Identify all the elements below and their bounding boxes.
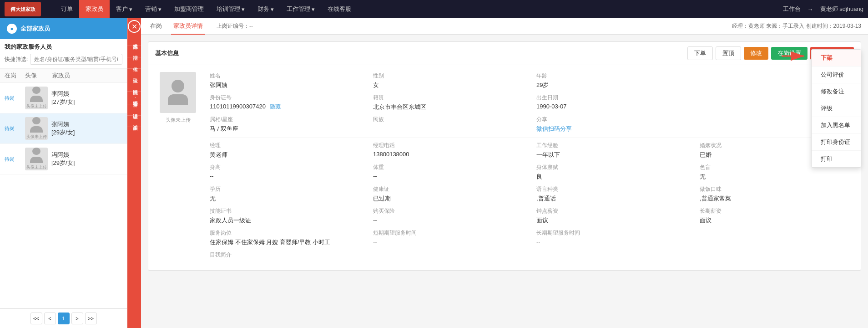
dropdown-item-shelve[interactable]: 下架 [812, 50, 861, 67]
field-zodiac: 属相/星座 马 / 双鱼座 [210, 116, 364, 133]
info-row-9: 目我简介 [210, 251, 854, 259]
nav-work-mgmt[interactable]: 工作管理 ▾ [280, 0, 321, 18]
person-info: [29岁/女] [51, 128, 122, 137]
prev-page-btn[interactable]: < [44, 313, 56, 324]
field-health-cert: 健康证 已过期 [373, 185, 527, 203]
dropdown-item-print[interactable]: 打印 [812, 151, 861, 167]
label-education: 学历 [210, 185, 364, 193]
value-age: 29岁 [536, 81, 691, 89]
vert-item-schedule[interactable]: 排期 [127, 46, 141, 57]
vert-item-basic[interactable]: 基本情况 [127, 35, 141, 46]
place-order-btn[interactable]: 下单 [687, 46, 713, 60]
avatar-person-shape [172, 80, 184, 92]
value-manager-phone: 13800138000 [373, 151, 527, 158]
value-gender: 女 [373, 81, 527, 89]
filter-label: 快捷筛选: [5, 56, 28, 63]
nav-marketing[interactable]: 营销 ▾ [139, 0, 168, 18]
nav-order[interactable]: 订单 [55, 0, 79, 18]
avatar-body [30, 126, 43, 133]
value-skill-cert: 家政人员一级证 [210, 216, 364, 225]
value-name: 张阿姨 [210, 81, 364, 89]
status-badge: 待岗 [5, 156, 25, 163]
list-item[interactable]: 待岗 头像未上传 冯阿姨 [29岁/女] [0, 144, 127, 174]
vert-item-checkup[interactable]: 休检 [127, 57, 141, 69]
field-long-salary: 长期薪资 面议 [700, 207, 854, 225]
avatar-body [30, 96, 43, 102]
content-body: 基本信息 下单 置顶 修改 在岗设置 更多操作 ▲ [141, 35, 868, 328]
filter-input[interactable] [30, 54, 122, 65]
field-birth: 出生日期 1990-03-07 [536, 94, 691, 111]
value-hourly-salary: 面议 [536, 216, 691, 225]
tab-detail[interactable]: 家政员详情 [171, 18, 205, 35]
label-service-pos: 服务岗位 [210, 229, 364, 237]
close-btn[interactable]: ✕ [128, 20, 141, 33]
left-sidebar: ● 全部家政员 我的家政服务人员 快捷筛选: 在岗 头像 家政员 待岗 头像未上… [0, 18, 127, 328]
person-info: [29岁/女] [51, 159, 122, 167]
breadcrumb-meta: 经理：黄老师 来源：手工录入 创建时间：2019-03-13 [732, 22, 861, 30]
logout-icon[interactable]: → [807, 6, 813, 13]
main-layout: ● 全部家政员 我的家政服务人员 快捷筛选: 在岗 头像 家政员 待岗 头像未上… [0, 18, 868, 328]
field-intro: 目我简介 [210, 251, 364, 259]
vert-item-mgmt-eval[interactable]: 管理费·评价 [127, 92, 141, 104]
user-info: 黄老师 sdjhuang [820, 5, 863, 13]
dropdown-item-blacklist[interactable]: 加入黑名单 [812, 117, 861, 134]
label-short-period: 短期期望服务时间 [373, 229, 527, 237]
dropdown-item-print-id[interactable]: 打印身份证 [812, 134, 861, 151]
section-header: 基本信息 下单 置顶 修改 在岗设置 更多操作 ▲ [148, 42, 861, 65]
nav-customer[interactable]: 客户 ▾ [110, 0, 139, 18]
avatar-body-shape [168, 94, 188, 105]
info-row-3: 属相/星座 马 / 双鱼座 民族 分享 微信扫码分享 [210, 116, 854, 133]
name-info: 李阿姨 [27岁/女] [48, 90, 122, 106]
value-share[interactable]: 微信扫码分享 [536, 125, 691, 133]
field-height: 身高 -- [210, 164, 364, 181]
avatar: 头像未上传 [25, 117, 48, 140]
sidebar-section-title: 我的家政服务人员 [5, 43, 122, 51]
list-item[interactable]: 待岗 头像未上传 张阿姨 [29岁/女] [0, 113, 127, 144]
nav-training[interactable]: 培训管理 ▾ [210, 0, 251, 18]
vert-item-skill-cert[interactable]: 技能证书 [127, 80, 141, 92]
label-weight: 体重 [373, 164, 527, 171]
label-height: 身高 [210, 164, 364, 171]
avatar-text: 头像未上传 [166, 117, 191, 123]
vert-item-insurance[interactable]: 保险 [127, 69, 141, 80]
dropdown-item-rate[interactable]: 评级 [812, 100, 861, 117]
tab-on-duty[interactable]: 在岗 [148, 18, 164, 35]
section-body: 头像未上传 姓名 张阿姨 性别 女 [148, 65, 861, 270]
last-page-btn[interactable]: >> [85, 313, 97, 324]
label-birth: 出生日期 [536, 94, 691, 102]
nav-franchise[interactable]: 加盟商管理 [168, 0, 210, 18]
dropdown-item-company-eval[interactable]: 公司评价 [812, 67, 861, 83]
person-name: 冯阿姨 [51, 151, 122, 159]
value-height: -- [210, 173, 364, 179]
col-status: 在岗 [5, 72, 25, 80]
first-page-btn[interactable]: << [30, 313, 42, 324]
name-info: 张阿姨 [29岁/女] [48, 120, 122, 137]
shelve-btn[interactable]: 置顶 [716, 46, 741, 60]
next-page-btn[interactable]: > [71, 313, 83, 324]
nav-housekeeper[interactable]: 家政员 [79, 0, 110, 18]
current-page-btn[interactable]: 1 [58, 313, 70, 324]
name-info: 冯阿姨 [29岁/女] [48, 151, 122, 167]
vert-item-training[interactable]: 培训谈话 [127, 104, 141, 116]
list-item[interactable]: 待岗 头像未上传 李阿姨 [27岁/女] [0, 83, 127, 113]
info-fields: 姓名 张阿姨 性别 女 年龄 29岁 [210, 72, 854, 263]
hide-id-link[interactable]: 隐藏 [270, 103, 281, 110]
dropdown-item-edit-note[interactable]: 修改备注 [812, 83, 861, 100]
edit-btn[interactable]: 修改 [744, 47, 768, 60]
arrow-indicator [782, 49, 809, 64]
info-row-7: 技能证书 家政人员一级证 购买保险 -- 钟点薪资 面议 [210, 207, 854, 225]
field-skill-cert: 技能证书 家政人员一级证 [210, 207, 364, 225]
value-native: 北京市丰台区东城区 [373, 103, 527, 111]
workbench-link[interactable]: 工作台 [783, 5, 801, 13]
field-hourly-salary: 钟点薪资 面议 [536, 207, 691, 225]
top-navigation: 傅大姐家政 订单 家政员 客户 ▾ 营销 ▾ 加盟商管理 培训管理 ▾ 财务 ▾… [0, 0, 868, 18]
field-id: 身份证号 11010119900307420 隐藏 [210, 94, 364, 111]
sidebar-title: 全部家政员 [20, 25, 50, 33]
value-health-cert: 已过期 [373, 195, 527, 203]
vert-item-life[interactable]: 生活相关 [127, 116, 141, 127]
avatar-head [32, 148, 40, 155]
nav-finance[interactable]: 财务 ▾ [251, 0, 280, 18]
nav-online-service[interactable]: 在线客服 [321, 0, 358, 18]
info-row-4: 经理 黄老师 经理电话 13800138000 工作经验 一年以下 [210, 142, 854, 159]
field-cooking: 做饭口味 ,普通家常菜 [700, 185, 854, 203]
